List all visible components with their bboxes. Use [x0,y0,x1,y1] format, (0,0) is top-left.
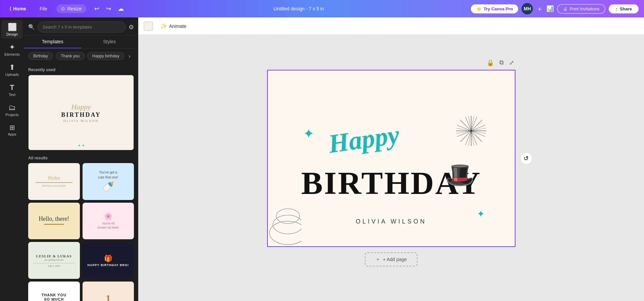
card-menu-button[interactable]: ··· [70,284,78,292]
expand-button[interactable]: ⤢ [508,58,515,68]
sidebar-icons: ⬜ Design ✦ Elements ⬆ Uploads T Text 🗂 P… [0,17,24,301]
recently-used-grid: Happy BIRTHDAY OLIVIA WILSON ✦ ✦ ••• [28,75,134,150]
resize-icon: ⊙ [61,6,65,11]
resize-button[interactable]: ⊙ Resize [56,4,86,13]
template-card-hydra[interactable]: Hydra Birthday card template ··· [28,163,80,200]
filter-tags-more-button[interactable]: › [127,52,132,60]
search-input[interactable] [38,21,126,33]
canvas-controls: 🔒 ⧉ ⤢ [485,58,515,68]
duplicate-button[interactable]: ⧉ [498,58,505,67]
template-card-grown[interactable]: 🌸 You're AllGrown Up Now! ··· [83,203,134,240]
card-menu-button[interactable]: ··· [124,205,132,213]
sidebar-item-projects[interactable]: 🗂 Projects [1,101,23,119]
template-card-hello[interactable]: Hello, there! ··· [28,203,80,240]
search-bar: 🔍 ⚙ [24,17,138,36]
tab-bar: Templates Styles [24,36,138,49]
redo-button[interactable]: ↪ [103,4,114,14]
all-results-label: All results [28,156,134,160]
sidebar-item-design[interactable]: ⬜ Design [1,20,23,39]
template-card-leslie[interactable]: LESLIE & LUKAS are getting hitched July … [28,242,80,279]
add-page-button[interactable]: ＋ + Add page [365,252,417,266]
template-card-happybro[interactable]: 🎁 HAPPY BIRTHDAY BRO! ··· [83,242,134,279]
card-menu-button[interactable]: ··· [124,284,132,292]
add-page-icon: ＋ [376,256,380,262]
sidebar-item-projects-label: Projects [5,113,19,117]
sidebar-item-apps[interactable]: ⊞ Apps [1,121,23,139]
starburst-decoration [454,114,488,148]
design-canvas[interactable]: ✦ [267,70,515,247]
thankyou-title: THANK YOUSO MUCH [39,293,69,301]
animate-icon: ✨ [160,23,167,29]
uploads-icon: ⬆ [9,63,15,72]
filter-tags: Birthday Thank you Happy birthday › [24,49,138,63]
animate-button[interactable]: ✨ Animate [157,21,190,31]
sidebar-item-uploads[interactable]: ⬆ Uploads [1,60,23,79]
star-icon: ⭐ [476,6,482,11]
template-card-one[interactable]: 1 ONE ··· [83,282,134,301]
main-area: ⬜ Design ✦ Elements ⬆ Uploads T Text 🗂 P… [0,17,644,301]
canvas-happy-text: Happy [326,119,401,159]
recently-used-label: Recently used [28,67,134,72]
text-icon: T [10,83,14,92]
canvas-name-text: OLIVIA WILSON [356,218,427,225]
canvas-scroll[interactable]: 🔒 ⧉ ⤢ ✦ [138,35,644,301]
stats-button[interactable]: 📊 [546,5,554,12]
print-invitations-button[interactable]: 🖨 Print Invitations [557,4,605,14]
projects-icon: 🗂 [8,103,16,112]
topbar-center: Untitled design - 7 x 5 in [274,6,324,11]
sidebar-item-text[interactable]: T Text [1,81,23,99]
svg-point-13 [273,215,301,234]
card-menu-button[interactable]: ··· [70,205,78,213]
share-button[interactable]: ↑ Share [609,4,639,13]
tag-thankyou[interactable]: Thank you [56,52,85,60]
tab-styles[interactable]: Styles [81,36,138,48]
card-menu-button[interactable]: ··· [124,244,132,252]
topbar-right: ⭐ Try Canva Pro MH ＋ 📊 🖨 Print Invitatio… [471,3,639,14]
design-title: Untitled design - 7 x 5 in [274,6,324,11]
swirl-decoration [268,179,301,246]
card-menu-button[interactable]: ··· [124,165,132,173]
elements-icon: ✦ [9,43,15,52]
panel-content: Recently used Happy BIRTHDAY OLIVIA WILS… [24,63,138,301]
filter-button[interactable]: ⚙ [129,23,134,31]
home-icon: ⟨ [9,6,11,11]
canvas-area: ✨ Animate 🔒 ⧉ ⤢ ✦ [138,17,644,301]
share-icon: ↑ [615,6,618,11]
tag-birthday[interactable]: Birthday [28,52,53,60]
left-panel: 🔍 ⚙ Templates Styles Birthday Thank you … [24,17,138,301]
card-menu-button[interactable]: ••• [123,77,132,85]
refresh-button[interactable]: ↺ [520,152,532,164]
canvas-toolbar: ✨ Animate [138,17,644,35]
sidebar-item-design-label: Design [6,32,18,36]
try-canva-pro-button[interactable]: ⭐ Try Canva Pro [471,4,518,13]
undo-redo-group: ↩ ↪ ☁ [92,4,127,14]
plus-button[interactable]: ＋ [536,4,543,13]
canvas-wrapper: 🔒 ⧉ ⤢ ✦ [267,70,515,247]
template-card-baby[interactable]: You've got a cute find one! 🍼 ··· [83,163,134,200]
template-card-thankyou[interactable]: THANK YOUSO MUCH for all you ever said a… [28,282,80,301]
card-menu-button[interactable]: ··· [70,244,78,252]
card-menu-button[interactable]: ··· [70,165,78,173]
undo-button[interactable]: ↩ [92,4,102,14]
home-button[interactable]: ⟨ Home [5,4,30,13]
file-button[interactable]: File [36,4,51,13]
sidebar-item-elements-label: Elements [4,52,20,56]
background-color-swatch[interactable] [144,21,153,31]
canvas-container: 🔒 ⧉ ⤢ ✦ [267,70,515,266]
party-hat: 🎩 [445,161,475,189]
all-results-grid: Hydra Birthday card template ··· You've … [28,163,134,301]
star-teal-small: ✦ [477,208,485,219]
topbar-left: ⟨ Home File ⊙ Resize ↩ ↪ ☁ [5,4,127,14]
search-icon: 🔍 [28,24,35,30]
sidebar-item-text-label: Text [9,93,15,97]
avatar-button[interactable]: MH [522,3,533,14]
topbar: ⟨ Home File ⊙ Resize ↩ ↪ ☁ Untitled desi… [0,0,644,17]
save-button[interactable]: ☁ [115,4,127,14]
recently-used-card-hydra[interactable]: Happy BIRTHDAY OLIVIA WILSON ✦ ✦ ••• [28,75,134,150]
svg-point-12 [269,221,301,245]
sidebar-item-elements[interactable]: ✦ Elements [1,40,23,59]
sidebar-item-uploads-label: Uploads [5,72,19,77]
tab-templates[interactable]: Templates [24,36,81,48]
tag-happybirthday[interactable]: Happy birthday [87,52,125,60]
lock-button[interactable]: 🔒 [485,58,495,68]
